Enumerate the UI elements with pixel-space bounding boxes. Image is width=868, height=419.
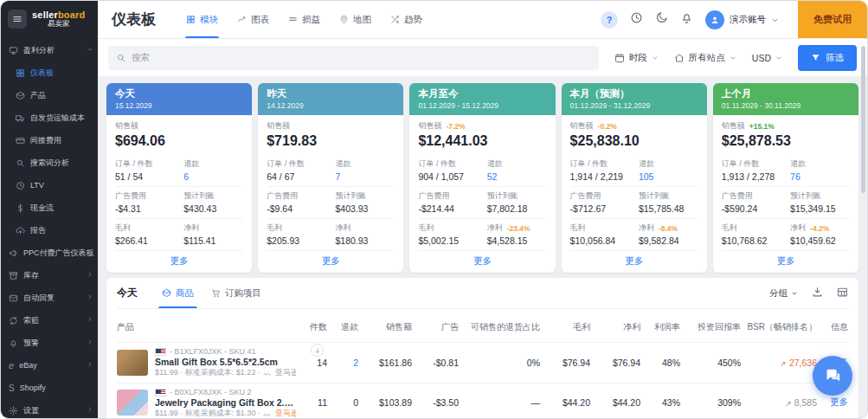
sidebar-item-inventory[interactable]: 库存	[1, 264, 98, 287]
view-tabs: 模块 图表 损益 地图 趋势	[178, 1, 430, 38]
sidebar-item-indirect-expenses[interactable]: 间接费用	[1, 129, 98, 151]
currency-filter[interactable]: USD	[752, 53, 782, 63]
marketplace-filter[interactable]: 所有站点	[674, 52, 736, 64]
filter-bar: 搜索 时段 所有站点 USD 筛选	[98, 39, 867, 77]
sidebar-item-profit-analytics[interactable]: 盈利分析	[1, 39, 98, 61]
ads-value: -$590.24	[722, 203, 790, 214]
topbar: 仪表板 模块 图表 损益 地图	[98, 1, 867, 39]
scrollbar[interactable]	[861, 46, 865, 193]
tab-trends[interactable]: 趋势	[383, 1, 430, 38]
sparkline-icon[interactable]	[263, 370, 273, 377]
chevron-down-icon	[730, 55, 736, 61]
chevron-right-icon	[87, 316, 93, 325]
help-icon[interactable]: ?	[601, 11, 618, 29]
ads-value: -$9.64	[267, 203, 335, 214]
home-icon	[674, 53, 685, 63]
history-icon[interactable]	[630, 11, 643, 28]
sidebar-item-cashflow[interactable]: 现金流	[1, 197, 98, 219]
sales-value: $694.06	[115, 132, 243, 150]
account-menu[interactable]: 演示账号	[705, 10, 779, 29]
sidebar-toggle-button[interactable]	[8, 10, 27, 29]
sidebar-item-shipping-costs[interactable]: 自发货运输成本	[1, 106, 98, 129]
bsr-arrow-icon: ↗	[780, 359, 787, 368]
group-by-dropdown[interactable]: 分组	[769, 287, 798, 300]
tab-map[interactable]: 地图	[331, 1, 379, 38]
sales-delta-badge: -7.2%	[446, 122, 465, 131]
card-more-link[interactable]: 更多	[570, 250, 698, 273]
more-link[interactable]: 更多	[817, 396, 848, 409]
card-more-link[interactable]: 更多	[267, 250, 395, 273]
orders-value: 1,914 / 2,219	[570, 171, 639, 182]
tab-pnl[interactable]: 损益	[280, 1, 328, 38]
product-image	[117, 390, 148, 416]
sidebar-item-ltv[interactable]: LTV	[1, 174, 98, 197]
tab-products[interactable]: 商品	[153, 278, 203, 308]
bsr-cell[interactable]: ↗8,585	[741, 397, 817, 408]
search-input[interactable]: 搜索	[108, 46, 599, 70]
card-more-link[interactable]: 更多	[418, 250, 546, 273]
payout-value: $430.43	[183, 203, 243, 214]
payout-value: $403.93	[335, 203, 395, 214]
tab-modules[interactable]: 模块	[178, 1, 226, 38]
sort-indicator[interactable]	[311, 344, 324, 357]
kpi-card-today: 今天 15.12.2029 销售额 $694.06 订单 / 件数51 / 54…	[106, 83, 252, 273]
card-more-link[interactable]: 更多	[722, 250, 850, 273]
sidebar-menu: 盈利分析 仪表板 产品 自发货运输成本 间接费用 搜索词分析	[1, 39, 98, 418]
returns-share-cell: 0%	[459, 358, 540, 368]
net-value: $9,582.84	[639, 235, 698, 246]
tab-order-items[interactable]: 订购项目	[203, 278, 270, 308]
tab-charts[interactable]: 图表	[229, 1, 277, 38]
ads-value: -$712.67	[570, 203, 639, 214]
sidebar-item-dashboard[interactable]: 仪表板	[1, 61, 98, 84]
search-icon	[16, 158, 25, 168]
sidebar-item-ppc-dashboard[interactable]: PPC付费广告仪表板	[1, 242, 98, 264]
sidebar-item-auto-responder[interactable]: 自动回复	[1, 287, 98, 309]
export-icon[interactable]	[812, 286, 823, 301]
table-row: - B1XLFX0JXK - SKU 41 Small Gift Box 5.5…	[117, 342, 848, 383]
card-more-link[interactable]: 更多	[115, 250, 243, 273]
page-title: 仪表板	[112, 10, 156, 29]
filter-button[interactable]: 筛选	[798, 45, 857, 71]
sidebar-item-products[interactable]: 产品	[1, 84, 98, 106]
period-filter[interactable]: 时段	[614, 52, 659, 64]
bsr-arrow-icon: ↗	[785, 399, 792, 408]
clock-icon	[16, 181, 25, 190]
roi-cell: 450%	[680, 358, 741, 368]
refunds-value[interactable]: 7	[335, 171, 395, 182]
refunds-value[interactable]: 6	[183, 171, 243, 182]
orders-value: 51 / 54	[115, 171, 183, 182]
bsr-cell[interactable]: ↗27,636	[741, 358, 817, 368]
card-title: 今天	[115, 87, 243, 100]
kpi-card-yesterday: 昨天 14.12.2029 销售额 $719.83 订单 / 件数64 / 67…	[258, 83, 403, 273]
sidebar-item-settings[interactable]: 设置	[1, 399, 98, 418]
credit-card-icon	[16, 136, 25, 145]
product-image	[117, 350, 148, 376]
refunds-value[interactable]: 105	[639, 171, 698, 182]
box-icon	[162, 288, 171, 298]
columns-icon[interactable]	[837, 286, 848, 301]
chevron-down-icon	[87, 46, 93, 55]
sidebar-item-keyword-analytics[interactable]: 搜索词分析	[1, 151, 98, 174]
refunds-cell[interactable]: 2	[327, 358, 358, 368]
sidebar-item-reports[interactable]: 报告	[1, 219, 98, 242]
chat-button[interactable]	[813, 356, 852, 396]
sparkline-icon[interactable]	[263, 410, 273, 417]
sidebar-item-ebay[interactable]: e eBay	[1, 354, 98, 377]
sales-value: $719.83	[267, 132, 395, 150]
free-trial-button[interactable]: 免费试用	[798, 1, 867, 38]
refunds-value[interactable]: 52	[487, 171, 547, 182]
hamburger-icon	[12, 14, 23, 24]
sidebar-item-reimbursements[interactable]: 索赔	[1, 309, 98, 332]
dark-mode-icon[interactable]	[655, 11, 668, 28]
orders-value: 904 / 1,057	[418, 171, 486, 182]
sidebar-item-shopify[interactable]: S Shopify	[1, 377, 98, 399]
refunds-value[interactable]: 76	[790, 171, 850, 182]
ads-cell: -$0.81	[412, 358, 459, 368]
sales-value: $12,441.03	[418, 132, 546, 150]
margin-cell: 48%	[640, 358, 680, 368]
notifications-icon[interactable]	[680, 11, 693, 28]
kpi-cards: 今天 15.12.2029 销售额 $694.06 订单 / 件数51 / 54…	[98, 77, 867, 278]
sales-delta-badge: -0.2%	[598, 122, 617, 131]
sidebar-item-alerts[interactable]: 预警	[1, 332, 98, 354]
gear-icon	[9, 406, 18, 416]
